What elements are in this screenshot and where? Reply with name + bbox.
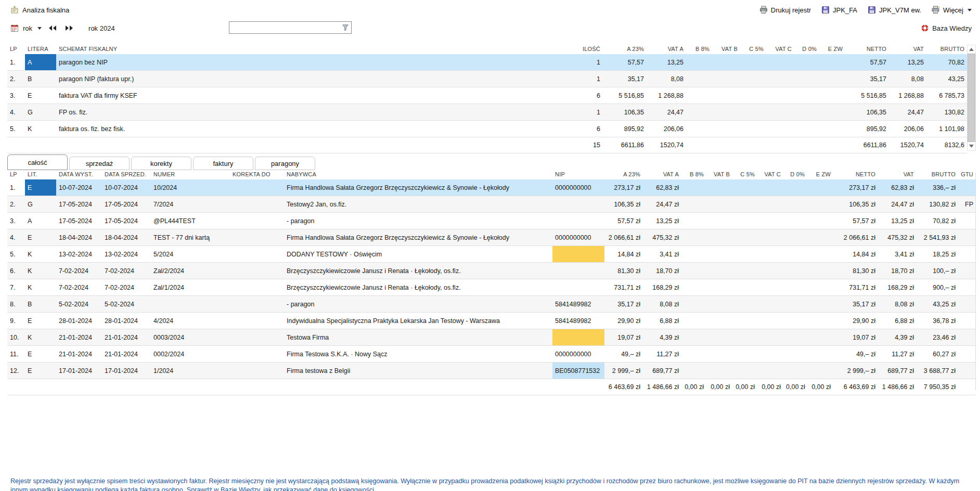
register-cell-d0[interactable]: [783, 213, 807, 229]
summary-cell-a23[interactable]: 106,35: [603, 104, 647, 121]
register-cell-vat_c[interactable]: [757, 179, 783, 196]
register-cell-nabywca[interactable]: Indywidualna Specjalistyczna Praktyka Le…: [284, 313, 552, 329]
register-cell-lit[interactable]: G: [25, 196, 56, 213]
summary-cell-a23[interactable]: 895,92: [603, 121, 647, 137]
register-cell-vat_a[interactable]: 8,08 zł: [643, 296, 681, 313]
register-cell-data_sprzed[interactable]: 21-01-2024: [102, 346, 151, 363]
register-cell-numer[interactable]: [151, 296, 230, 313]
summary-cell-schemat[interactable]: FP os. fiz.: [56, 104, 556, 121]
register-cell-a23[interactable]: 106,35 zł: [604, 196, 643, 213]
register-cell-numer[interactable]: 7/2024: [151, 196, 230, 213]
summary-cell-vat[interactable]: 8,08: [889, 71, 926, 87]
register-cell-nabywca[interactable]: Testowy2 Jan, os.fiz.: [284, 196, 552, 213]
register-cell-nip[interactable]: [552, 246, 604, 263]
register-row-8[interactable]: 8.B5-02-20245-02-2024- paragon5841489982…: [7, 296, 976, 313]
register-cell-vat[interactable]: 11,27 zł: [878, 346, 917, 363]
register-cell-vat[interactable]: 4,39 zł: [878, 329, 917, 346]
register-cell-vat_b[interactable]: [706, 213, 732, 229]
summary-cell-vat_a[interactable]: 206,06: [647, 121, 686, 137]
register-cell-data_wyst[interactable]: 5-02-2024: [56, 296, 102, 313]
register-cell-lp[interactable]: 3.: [7, 213, 25, 229]
register-cell-brutto[interactable]: 43,25 zł: [917, 296, 958, 313]
period-mode-selector[interactable]: rok: [23, 24, 32, 32]
register-cell-nip[interactable]: BE0508771532: [552, 363, 604, 379]
register-cell-c5[interactable]: [732, 229, 757, 246]
summary-cell-brutto[interactable]: 1 101,98: [926, 121, 967, 137]
register-cell-nip[interactable]: 5841489982: [552, 313, 604, 329]
summary-cell-netto[interactable]: 895,92: [845, 121, 889, 137]
summary-cell-vat_a[interactable]: 8,08: [647, 71, 686, 87]
register-cell-numer[interactable]: Zal/1/2024: [151, 279, 230, 296]
register-cell-netto[interactable]: 81,30 zł: [833, 263, 878, 279]
register-cell-e_zw[interactable]: [807, 179, 833, 196]
register-cell-data_sprzed[interactable]: 17-05-2024: [102, 213, 151, 229]
register-cell-nabywca[interactable]: - paragon: [284, 296, 552, 313]
register-cell-lit[interactable]: K: [25, 263, 56, 279]
register-cell-korekta_do[interactable]: [230, 179, 284, 196]
register-cell-vat_b[interactable]: [706, 329, 732, 346]
register-cell-vat_b[interactable]: [706, 363, 732, 379]
register-row-2[interactable]: 2.G17-05-202417-05-20247/2024Testowy2 Ja…: [7, 196, 976, 213]
register-cell-b8[interactable]: [681, 313, 706, 329]
summary-cell-vat_b[interactable]: [712, 71, 740, 87]
register-cell-brutto[interactable]: 23,46 zł: [917, 329, 958, 346]
register-cell-lit[interactable]: A: [25, 213, 56, 229]
register-cell-d0[interactable]: [783, 279, 807, 296]
register-cell-vat_a[interactable]: 13,25 zł: [643, 213, 681, 229]
register-cell-nip[interactable]: [552, 196, 604, 213]
register-cell-c5[interactable]: [732, 279, 757, 296]
register-cell-numer[interactable]: 1/2024: [151, 363, 230, 379]
summary-cell-c5[interactable]: [740, 54, 766, 71]
summary-cell-netto[interactable]: 35,17: [845, 71, 889, 87]
jpk-fa-button[interactable]: JPK_FA: [821, 6, 857, 14]
summary-cell-schemat[interactable]: faktura VAT dla firmy KSEF: [56, 87, 556, 104]
register-cell-b8[interactable]: [681, 213, 706, 229]
register-cell-gtu[interactable]: [958, 346, 976, 363]
register-row-6[interactable]: 6.K7-02-20247-02-2024Zal/2/2024Brzęczysz…: [7, 263, 976, 279]
register-cell-c5[interactable]: [732, 329, 757, 346]
register-cell-data_wyst[interactable]: 13-02-2024: [56, 246, 102, 263]
register-cell-data_wyst[interactable]: 21-01-2024: [56, 329, 102, 346]
summary-cell-ilosc[interactable]: 6: [556, 87, 603, 104]
register-cell-netto[interactable]: 35,17 zł: [833, 296, 878, 313]
summary-cell-lp[interactable]: 3.: [7, 87, 25, 104]
summary-cell-b8[interactable]: [686, 104, 712, 121]
register-cell-data_sprzed[interactable]: 18-04-2024: [102, 229, 151, 246]
register-cell-vat_c[interactable]: [757, 313, 783, 329]
register-cell-a23[interactable]: 19,07 zł: [604, 329, 643, 346]
register-cell-e_zw[interactable]: [807, 196, 833, 213]
summary-row-5[interactable]: 5.Kfaktura os. fiz. bez fisk.6895,92206,…: [7, 121, 967, 137]
register-cell-brutto[interactable]: 336,– zł: [917, 179, 958, 196]
register-cell-e_zw[interactable]: [807, 296, 833, 313]
register-cell-b8[interactable]: [681, 179, 706, 196]
chevron-down-icon[interactable]: [37, 27, 42, 30]
register-cell-vat[interactable]: 24,47 zł: [878, 196, 917, 213]
register-cell-b8[interactable]: [681, 346, 706, 363]
next-period-button[interactable]: [63, 24, 76, 32]
register-cell-data_wyst[interactable]: 28-01-2024: [56, 313, 102, 329]
register-cell-c5[interactable]: [732, 313, 757, 329]
register-cell-b8[interactable]: [681, 263, 706, 279]
register-cell-b8[interactable]: [681, 279, 706, 296]
register-cell-brutto[interactable]: 100,– zł: [917, 263, 958, 279]
register-cell-a23[interactable]: 14,84 zł: [604, 246, 643, 263]
register-cell-b8[interactable]: [681, 196, 706, 213]
register-cell-netto[interactable]: 19,07 zł: [833, 329, 878, 346]
register-cell-d0[interactable]: [783, 179, 807, 196]
register-cell-nip[interactable]: [552, 329, 604, 346]
search-input[interactable]: [229, 21, 352, 34]
register-cell-data_wyst[interactable]: 17-05-2024: [56, 196, 102, 213]
register-cell-vat_a[interactable]: 4,39 zł: [643, 329, 681, 346]
register-cell-lit[interactable]: E: [25, 313, 56, 329]
register-cell-nabywca[interactable]: Brzęczyszczykiewiczowie Janusz i Renata …: [284, 279, 552, 296]
register-cell-data_wyst[interactable]: 21-01-2024: [56, 346, 102, 363]
register-cell-data_sprzed[interactable]: 5-02-2024: [102, 296, 151, 313]
register-cell-data_wyst[interactable]: 18-04-2024: [56, 229, 102, 246]
register-cell-vat_a[interactable]: 6,88 zł: [643, 313, 681, 329]
summary-cell-ilosc[interactable]: 1: [556, 104, 603, 121]
register-cell-a23[interactable]: 29,90 zł: [604, 313, 643, 329]
register-cell-gtu[interactable]: FP: [958, 196, 976, 213]
register-cell-brutto[interactable]: 18,25 zł: [917, 246, 958, 263]
summary-cell-vat_a[interactable]: 24,47: [647, 104, 686, 121]
register-cell-gtu[interactable]: [958, 229, 976, 246]
